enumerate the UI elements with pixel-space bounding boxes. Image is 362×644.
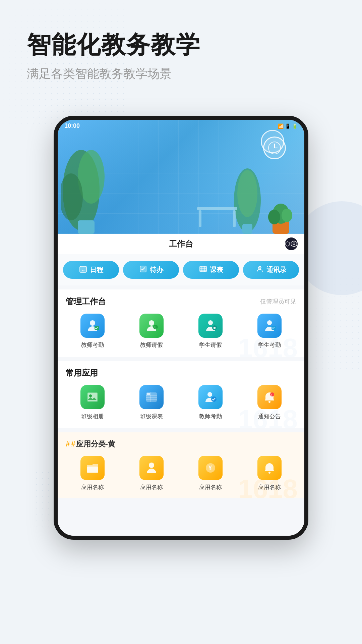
wifi-icon: 📶 — [278, 123, 284, 129]
svg-rect-35 — [214, 327, 216, 329]
svg-point-36 — [267, 320, 272, 325]
yellow-app-3-label: 应用名称 — [199, 483, 222, 491]
class-timetable-icon — [139, 385, 164, 409]
yellow-money-icon: ¥ — [198, 456, 223, 480]
todo-icon — [139, 265, 147, 275]
yellow-folder-icon — [80, 456, 105, 480]
timetable-icon — [199, 265, 207, 275]
teacher-leave-icon: L — [139, 314, 164, 338]
contacts-label: 通讯录 — [266, 265, 287, 274]
common-apps-section: 1618 常用应用 班级相 — [58, 361, 304, 428]
yellow-person-icon — [139, 456, 164, 480]
battery-icon: 🔋 — [292, 123, 298, 129]
class-album-item[interactable]: 班级相册 — [66, 385, 119, 420]
svg-point-33 — [208, 320, 213, 325]
management-subtitle: 仅管理员可见 — [260, 298, 296, 306]
management-section: 1618 管理工作台 仅管理员可见 — [58, 289, 304, 357]
category-icon-grid: 应用名称 应用名称 — [66, 456, 296, 491]
teacher-attendance-label: 教师考勤 — [81, 341, 104, 349]
teacher-attendance2-icon — [198, 385, 223, 409]
student-leave-icon — [198, 314, 223, 338]
todo-button[interactable]: 待办 — [123, 261, 179, 279]
management-icon-grid: 教师考勤 L 教师请假 — [66, 314, 296, 349]
contacts-icon — [256, 265, 264, 275]
student-attendance-icon — [257, 314, 282, 338]
management-section-header: 管理工作台 仅管理员可见 — [66, 296, 296, 307]
yellow-app-4-label: 应用名称 — [258, 483, 281, 491]
app-header-bar: 工作台 — [58, 234, 304, 254]
yellow-app-3[interactable]: ¥ 应用名称 — [184, 456, 237, 491]
notice-label: 通知公告 — [258, 413, 281, 420]
teacher-attendance-item[interactable]: 教师考勤 — [66, 314, 119, 349]
settings-hexagon-icon[interactable] — [285, 237, 298, 250]
yellow-app-1[interactable]: 应用名称 — [66, 456, 119, 491]
student-leave-item[interactable]: 学生请假 — [184, 314, 237, 349]
teacher-attendance2-item[interactable]: 教师考勤 — [184, 385, 237, 420]
svg-point-47 — [207, 392, 212, 397]
status-bar: 10:00 📶 📱 🔋 — [58, 120, 304, 131]
signal-icon: 📱 — [285, 123, 291, 129]
app-header-title: 工作台 — [169, 238, 193, 249]
header-section: 智能化教务教学 满足各类智能教务教学场景 — [0, 0, 362, 96]
student-attendance-item[interactable]: 学生考勤 — [243, 314, 296, 349]
svg-point-40 — [89, 394, 92, 397]
calendar-icon: 30 — [79, 265, 87, 275]
yellow-app-1-label: 应用名称 — [81, 483, 104, 491]
svg-rect-46 — [147, 393, 150, 395]
teacher-leave-label: 教师请假 — [140, 341, 163, 349]
svg-point-53 — [149, 463, 154, 468]
teacher-attendance-icon — [80, 314, 105, 338]
notice-icon: ! — [257, 385, 282, 409]
notice-item[interactable]: ! 通知公告 — [243, 385, 296, 420]
class-timetable-item[interactable]: 班级课表 — [125, 385, 178, 420]
common-apps-grid: 班级相册 班级 — [66, 385, 296, 420]
phone-screen: 工作台 30 — [58, 234, 304, 536]
common-apps-header: 常用应用 — [66, 368, 296, 378]
svg-rect-22 — [200, 266, 206, 272]
schedule-button[interactable]: 30 日程 — [63, 261, 119, 279]
yellow-app-2-label: 应用名称 — [140, 483, 163, 491]
management-title: 管理工作台 — [66, 296, 106, 307]
common-apps-title: 常用应用 — [66, 368, 98, 378]
yellow-app-4[interactable]: 应用名称 — [243, 456, 296, 491]
phone-container: 10:00 📶 📱 🔋 — [0, 116, 362, 560]
svg-rect-39 — [88, 393, 97, 401]
class-timetable-label: 班级课表 — [140, 413, 163, 420]
main-title: 智能化教务教学 — [27, 30, 335, 59]
svg-point-56 — [268, 472, 270, 474]
svg-point-30 — [149, 320, 154, 326]
teacher-attendance2-label: 教师考勤 — [199, 413, 222, 420]
svg-rect-52 — [87, 467, 98, 473]
svg-text:¥: ¥ — [208, 465, 212, 471]
hero-banner: 10:00 📶 📱 🔋 — [58, 120, 304, 234]
class-album-label: 班级相册 — [81, 413, 104, 420]
contacts-button[interactable]: 通讯录 — [243, 261, 299, 279]
svg-text:!: ! — [272, 393, 273, 396]
status-time: 10:00 — [64, 122, 80, 129]
category-section: 1618 # 应用分类-黄 应用名称 — [58, 432, 304, 498]
timetable-button[interactable]: 课表 — [183, 261, 239, 279]
svg-text:L: L — [155, 325, 157, 329]
student-attendance-label: 学生考勤 — [258, 341, 281, 349]
student-leave-label: 学生请假 — [199, 341, 222, 349]
status-icons: 📶 📱 🔋 — [278, 123, 298, 129]
teacher-leave-item[interactable]: L 教师请假 — [125, 314, 178, 349]
svg-point-49 — [268, 401, 270, 403]
svg-point-27 — [258, 266, 261, 269]
sub-title: 满足各类智能教务教学场景 — [27, 66, 335, 82]
timetable-label: 课表 — [210, 265, 223, 274]
class-album-icon — [80, 385, 105, 409]
schedule-label: 日程 — [90, 265, 103, 274]
svg-point-28 — [90, 320, 95, 326]
phone-frame: 10:00 📶 📱 🔋 — [54, 116, 308, 540]
quick-actions-bar: 30 日程 待办 — [58, 254, 304, 285]
yellow-bell-icon — [257, 456, 282, 480]
svg-text:30: 30 — [81, 269, 84, 272]
category-title: # 应用分类-黄 — [66, 439, 296, 449]
yellow-app-2[interactable]: 应用名称 — [125, 456, 178, 491]
todo-label: 待办 — [150, 265, 163, 274]
svg-point-17 — [293, 243, 295, 245]
